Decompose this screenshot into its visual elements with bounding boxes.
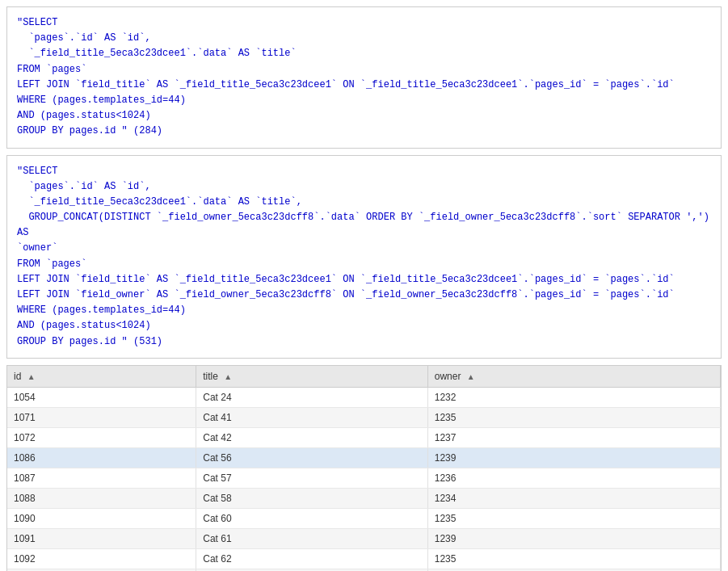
cell-owner: 1235 (427, 548, 720, 569)
cell-title: Cat 60 (196, 508, 427, 528)
col-label-owner: owner (435, 371, 461, 382)
table-row[interactable]: 1071Cat 411235 (7, 407, 721, 427)
table-row[interactable]: 1090Cat 601235 (7, 508, 721, 528)
cell-title: Cat 41 (196, 407, 427, 427)
cell-title: Cat 58 (196, 488, 427, 508)
col-header-owner[interactable]: owner ▲ (427, 366, 720, 388)
cell-id: 1086 (7, 447, 196, 468)
cell-id: 1054 (7, 387, 196, 407)
table-row[interactable]: 1072Cat 421237 (7, 427, 721, 447)
cell-title: Cat 24 (196, 387, 427, 407)
cell-id: 1087 (7, 468, 196, 488)
table-row[interactable]: 1086Cat 561239 (7, 447, 721, 468)
cell-title: Cat 62 (196, 548, 427, 569)
col-label-id: id (14, 371, 21, 382)
col-header-id[interactable]: id ▲ (7, 366, 196, 388)
sql-block-1: "SELECT `pages`.`id` AS `id`, `_field_ti… (6, 6, 722, 149)
table-row[interactable]: 1091Cat 611239 (7, 528, 721, 548)
table-row[interactable]: 1054Cat 241232 (7, 387, 721, 407)
table-row[interactable]: 1088Cat 581234 (7, 488, 721, 508)
cell-id: 1090 (7, 508, 196, 528)
cell-owner: 1234 (427, 488, 720, 508)
cell-owner: 1235 (427, 508, 720, 528)
cell-owner: 1239 (427, 447, 720, 468)
table-header-row: id ▲ title ▲ owner ▲ (7, 366, 721, 388)
cell-title: Cat 61 (196, 528, 427, 548)
data-table: id ▲ title ▲ owner ▲ 1054Cat 2412321071C… (7, 366, 721, 571)
cell-id: 1092 (7, 548, 196, 569)
table-section: id ▲ title ▲ owner ▲ 1054Cat 2412321071C… (6, 365, 722, 571)
sort-icon-owner: ▲ (467, 372, 475, 381)
sql-block-2: "SELECT `pages`.`id` AS `id`, `_field_ti… (6, 155, 722, 359)
col-label-title: title (203, 371, 218, 382)
cell-owner: 1232 (427, 387, 720, 407)
cell-owner: 1236 (427, 468, 720, 488)
cell-id: 1072 (7, 427, 196, 447)
cell-title: Cat 57 (196, 468, 427, 488)
col-header-title[interactable]: title ▲ (196, 366, 427, 388)
table-row[interactable]: 1087Cat 571236 (7, 468, 721, 488)
cell-id: 1071 (7, 407, 196, 427)
cell-title: Cat 42 (196, 427, 427, 447)
cell-id: 1091 (7, 528, 196, 548)
table-row[interactable]: 1092Cat 621235 (7, 548, 721, 569)
cell-owner: 1237 (427, 427, 720, 447)
cell-title: Cat 56 (196, 447, 427, 468)
cell-owner: 1239 (427, 528, 720, 548)
sort-icon-id: ▲ (27, 372, 36, 381)
cell-id: 1088 (7, 488, 196, 508)
cell-owner: 1235 (427, 407, 720, 427)
sort-icon-title: ▲ (224, 372, 232, 381)
